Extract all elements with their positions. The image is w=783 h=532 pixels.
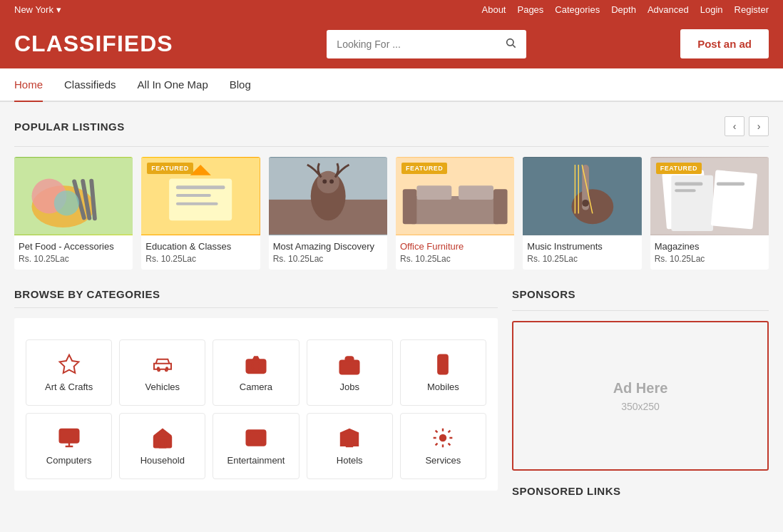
featured-badge-2: FEATURED — [147, 163, 193, 174]
svg-rect-24 — [403, 189, 417, 224]
listing-card-2[interactable]: FEATURED Education & Classes Rs. 10.25La… — [141, 157, 260, 270]
listing-info-6: Magazines Rs. 10.25Lac — [650, 235, 769, 270]
listing-name-5: Music Instruments — [527, 241, 637, 252]
listing-price-1: Rs. 10.25Lac — [19, 254, 128, 264]
svg-rect-37 — [675, 182, 702, 185]
nav-advanced[interactable]: Advanced — [648, 4, 689, 15]
svg-rect-49 — [59, 429, 78, 443]
nav-home[interactable]: Home — [14, 68, 43, 102]
listing-img-3 — [269, 157, 387, 235]
svg-rect-22 — [416, 185, 451, 200]
listing-img-svg-1 — [14, 157, 133, 235]
search-button[interactable] — [495, 30, 526, 58]
svg-point-19 — [329, 180, 334, 184]
nav-classifieds[interactable]: Classifieds — [64, 68, 116, 101]
category-entertainment[interactable]: Entertainment — [213, 413, 299, 479]
featured-badge-6: FEATURED — [656, 163, 702, 174]
listing-card-6[interactable]: FEATURED Magazines Rs. 10.25Lac — [650, 157, 769, 270]
popular-listings-title: POPULAR LISTINGS — [14, 121, 125, 133]
nav-categories[interactable]: Categories — [555, 4, 600, 15]
listing-img-1 — [14, 157, 133, 235]
category-label-vehicles: Vehicles — [145, 382, 180, 392]
nav-all-in-one-map[interactable]: All In One Map — [138, 68, 208, 101]
city-selector[interactable]: New York ▾ — [14, 4, 61, 15]
svg-rect-23 — [459, 185, 493, 200]
listing-info-4: Office Furniture Rs. 10.25Lac — [396, 235, 514, 270]
category-label-entertainment: Entertainment — [227, 455, 285, 466]
category-jobs[interactable]: Jobs — [307, 339, 393, 406]
sponsors-title: SPONSORS — [512, 288, 769, 300]
nav-register[interactable]: Register — [735, 4, 769, 15]
mobile-icon — [431, 353, 454, 376]
services-icon — [431, 426, 454, 449]
prev-arrow[interactable]: ‹ — [725, 116, 744, 136]
listing-card-4[interactable]: FEATURED Office Furniture Rs. 10.25Lac — [396, 157, 514, 270]
popular-listings-header: POPULAR LISTINGS ‹ › — [14, 116, 769, 136]
category-label-camera: Camera — [240, 382, 272, 392]
nav-about[interactable]: About — [482, 4, 506, 15]
next-arrow[interactable]: › — [749, 116, 769, 136]
svg-point-41 — [157, 367, 160, 369]
car-icon — [151, 353, 174, 376]
svg-rect-53 — [160, 441, 165, 447]
listing-info-3: Most Amazing Discovery Rs. 10.25Lac — [269, 235, 387, 270]
category-mobiles[interactable]: Mobiles — [400, 339, 486, 406]
post-ad-button[interactable]: Post an ad — [680, 29, 769, 58]
category-label-household: Household — [140, 455, 185, 466]
category-hotels[interactable]: Hotels — [307, 413, 393, 479]
main-nav: Home Classifieds All In One Map Blog — [0, 68, 783, 102]
categories-title: BROWSE BY CATEGORIES — [14, 288, 498, 300]
category-label-services: Services — [425, 455, 461, 466]
featured-badge-4: FEATURED — [401, 163, 447, 174]
svg-rect-10 — [169, 179, 232, 221]
category-computers[interactable]: Computers — [26, 413, 112, 479]
svg-point-0 — [507, 39, 513, 45]
category-camera[interactable]: Camera — [213, 339, 299, 406]
sponsors-section: SPONSORS Ad Here 350x250 SPONSORED LINKS — [512, 288, 769, 497]
svg-rect-61 — [347, 440, 352, 446]
nav-login[interactable]: Login — [700, 4, 723, 15]
ad-box: Ad Here 350x250 — [512, 321, 769, 471]
header: CLASSIFIEDS Post an ad — [0, 19, 783, 68]
household-icon — [151, 426, 174, 449]
listing-card-5[interactable]: Music Instruments Rs. 10.25Lac — [523, 157, 641, 270]
nav-pages[interactable]: Pages — [517, 4, 543, 15]
listing-info-5: Music Instruments Rs. 10.25Lac — [523, 235, 641, 270]
top-bar: New York ▾ About Pages Categories Depth … — [0, 0, 783, 19]
star-icon — [58, 353, 81, 376]
top-nav: About Pages Categories Depth Advanced Lo… — [482, 4, 769, 15]
category-label-jobs: Jobs — [339, 382, 359, 392]
category-household[interactable]: Household — [119, 413, 205, 479]
svg-line-1 — [513, 45, 516, 48]
listing-card-1[interactable]: Pet Food - Accessories Rs. 10.25Lac — [14, 157, 133, 270]
category-vehicles[interactable]: Vehicles — [119, 339, 205, 406]
nav-depth[interactable]: Depth — [611, 4, 636, 15]
category-art-crafts[interactable]: Art & Crafts — [26, 339, 112, 406]
main-content: POPULAR LISTINGS ‹ › Pet Food — [0, 102, 783, 511]
film-icon — [245, 426, 267, 449]
svg-marker-40 — [59, 355, 78, 373]
svg-point-62 — [440, 435, 446, 441]
listing-name-3: Most Amazing Discovery — [273, 241, 383, 252]
svg-point-29 — [582, 200, 589, 207]
svg-rect-21 — [410, 196, 501, 224]
listing-price-6: Rs. 10.25Lac — [655, 254, 764, 264]
category-label-computers: Computers — [46, 455, 92, 466]
listing-img-6: FEATURED — [650, 157, 769, 235]
city-label: New York — [14, 4, 53, 15]
category-label-art: Art & Crafts — [45, 382, 93, 392]
listing-img-2: FEATURED — [141, 157, 260, 235]
svg-rect-12 — [176, 194, 211, 197]
search-input[interactable] — [327, 31, 495, 57]
svg-rect-38 — [675, 189, 695, 192]
categories-box: Art & Crafts Vehicles Camera — [14, 318, 498, 491]
search-bar — [327, 30, 526, 58]
listing-price-3: Rs. 10.25Lac — [273, 254, 383, 264]
category-services[interactable]: Services — [400, 413, 486, 479]
two-col-layout: BROWSE BY CATEGORIES Art & Crafts Vehicl… — [14, 288, 769, 497]
listing-info-1: Pet Food - Accessories Rs. 10.25Lac — [14, 235, 133, 270]
svg-point-18 — [322, 180, 327, 184]
svg-rect-25 — [493, 189, 508, 224]
nav-blog[interactable]: Blog — [230, 68, 251, 101]
listing-card-3[interactable]: Most Amazing Discovery Rs. 10.25Lac — [269, 157, 387, 270]
